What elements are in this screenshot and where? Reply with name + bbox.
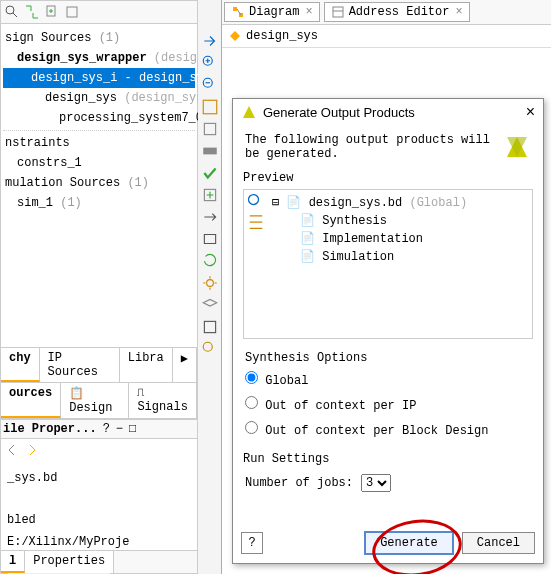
design-name-label: design_sys: [246, 29, 318, 43]
sim-node[interactable]: sim_1 (1): [3, 193, 195, 213]
preview-label: Preview: [233, 169, 543, 187]
close-icon[interactable]: ×: [526, 103, 535, 121]
synth-options-label: Synthesis Options: [245, 349, 531, 367]
sources-panel: sign Sources (1) design_sys_wrapper (des…: [0, 0, 198, 574]
help-icon[interactable]: ?: [103, 422, 110, 436]
svg-rect-11: [204, 321, 215, 332]
validate-icon[interactable]: [201, 164, 219, 182]
arrow-icon[interactable]: [201, 32, 219, 50]
constraints-node[interactable]: nstraints: [3, 133, 195, 153]
tab-properties[interactable]: Properties: [25, 551, 114, 573]
wrapper-node[interactable]: design_sys_wrapper (desig: [3, 48, 195, 68]
add-ip-icon[interactable]: [201, 186, 219, 204]
sources-toolbar: [1, 1, 197, 24]
tab-sources[interactable]: ources: [1, 383, 61, 418]
svg-rect-7: [204, 123, 215, 134]
tab-address-editor[interactable]: Address Editor×: [324, 2, 470, 22]
instance-node[interactable]: design_sys_i - design_sys: [3, 68, 195, 88]
design-sources-node[interactable]: sign Sources (1): [3, 28, 195, 48]
radio-ooc-bd[interactable]: Out of context per Block Design: [245, 417, 531, 442]
help-button[interactable]: ?: [241, 532, 263, 554]
editor-tabs: Diagram× Address Editor×: [222, 0, 551, 25]
tab-ip-sources[interactable]: IP Sources: [40, 348, 120, 382]
tab-play-icon[interactable]: ▶: [173, 348, 197, 382]
pin-icon[interactable]: [201, 230, 219, 248]
dialog-title: Generate Output Products: [263, 105, 415, 120]
zoom-out-icon[interactable]: [201, 76, 219, 94]
svg-rect-3: [67, 7, 77, 17]
search-icon[interactable]: [201, 340, 219, 358]
maximize-icon[interactable]: □: [129, 422, 136, 436]
sim-sources-node[interactable]: mulation Sources (1): [3, 173, 195, 193]
svg-point-22: [249, 195, 259, 205]
properties-title: ile Proper...: [3, 422, 97, 436]
tab-diagram[interactable]: Diagram×: [224, 2, 320, 22]
svg-rect-16: [333, 7, 343, 17]
find-icon[interactable]: [4, 4, 20, 20]
constrs-node[interactable]: constrs_1: [3, 153, 195, 173]
jobs-label: Number of jobs:: [245, 476, 353, 490]
svg-point-0: [6, 6, 14, 14]
layers-icon[interactable]: [201, 296, 219, 314]
dialog-message: The following output products will be ge…: [245, 133, 495, 161]
jobs-select[interactable]: 3: [361, 474, 391, 492]
save-icon[interactable]: [201, 318, 219, 336]
zoom-sel-icon[interactable]: [201, 120, 219, 138]
cancel-button[interactable]: Cancel: [462, 532, 535, 554]
radio-global[interactable]: Global: [245, 367, 531, 392]
generate-button[interactable]: Generate: [364, 531, 454, 555]
diagram-icon: [231, 5, 245, 19]
add-icon[interactable]: [44, 4, 60, 20]
svg-marker-18: [230, 31, 240, 41]
tab-signals[interactable]: ⎍ Signals: [129, 383, 197, 418]
svg-rect-8: [203, 148, 217, 155]
svg-point-12: [203, 342, 212, 351]
regenerate-icon[interactable]: [201, 252, 219, 270]
run-settings-label: Run Settings: [233, 450, 543, 468]
back-icon[interactable]: [4, 442, 20, 458]
preview-sim[interactable]: 📄 Simulation: [272, 248, 528, 266]
fwd-icon[interactable]: [24, 442, 40, 458]
xilinx-icon: [241, 104, 257, 120]
bd-icon: [228, 29, 242, 43]
svg-marker-19: [243, 106, 255, 118]
prop-name: _sys.bd: [7, 467, 191, 489]
minimize-icon[interactable]: −: [116, 422, 123, 436]
default-view-icon[interactable]: [201, 142, 219, 160]
svg-point-10: [206, 280, 213, 287]
port-icon[interactable]: [201, 208, 219, 226]
ps7-node[interactable]: processing_system7_0: [3, 108, 195, 128]
props-tabs: l Properties: [1, 550, 197, 573]
source-tabs: chy IP Sources Libra ▶: [1, 347, 197, 383]
zoom-fit-icon[interactable]: [201, 98, 219, 116]
tab-design[interactable]: 📋 Design: [61, 383, 129, 418]
preview-synth[interactable]: 📄 Synthesis: [272, 212, 528, 230]
tab-libraries[interactable]: Libra: [120, 348, 173, 382]
tab-general[interactable]: l: [1, 551, 25, 573]
svg-line-1: [13, 13, 17, 17]
collapse-icon[interactable]: [64, 4, 80, 20]
expand-icon[interactable]: [24, 4, 40, 20]
design-sys-node[interactable]: design_sys (design_sys.: [3, 88, 195, 108]
svg-rect-13: [233, 7, 237, 11]
xilinx-logo-icon: [503, 133, 531, 161]
svg-rect-6: [203, 100, 217, 114]
close-icon[interactable]: ×: [305, 5, 312, 19]
prop-enabled: bled: [7, 509, 191, 531]
lower-tabs: ources 📋 Design ⎍ Signals: [1, 383, 197, 419]
preview-root[interactable]: ⊟ 📄 design_sys.bd (Global): [272, 194, 528, 212]
diagram-toolbar: [198, 0, 222, 574]
preview-tree: ⊟ 📄 design_sys.bd (Global) 📄 Synthesis 📄…: [243, 189, 533, 339]
close-icon[interactable]: ×: [455, 5, 462, 19]
zoom-icon[interactable]: [246, 192, 266, 212]
preview-impl[interactable]: 📄 Implementation: [272, 230, 528, 248]
sources-tree[interactable]: sign Sources (1) design_sys_wrapper (des…: [1, 24, 197, 217]
zoom-in-icon[interactable]: [201, 54, 219, 72]
address-icon: [331, 5, 345, 19]
expand-all-icon[interactable]: [246, 212, 266, 232]
settings-icon[interactable]: [201, 274, 219, 292]
design-breadcrumb: design_sys: [222, 25, 551, 48]
generate-output-dialog: Generate Output Products × The following…: [232, 98, 544, 564]
tab-hierarchy[interactable]: chy: [1, 348, 40, 382]
radio-ooc-ip[interactable]: Out of context per IP: [245, 392, 531, 417]
